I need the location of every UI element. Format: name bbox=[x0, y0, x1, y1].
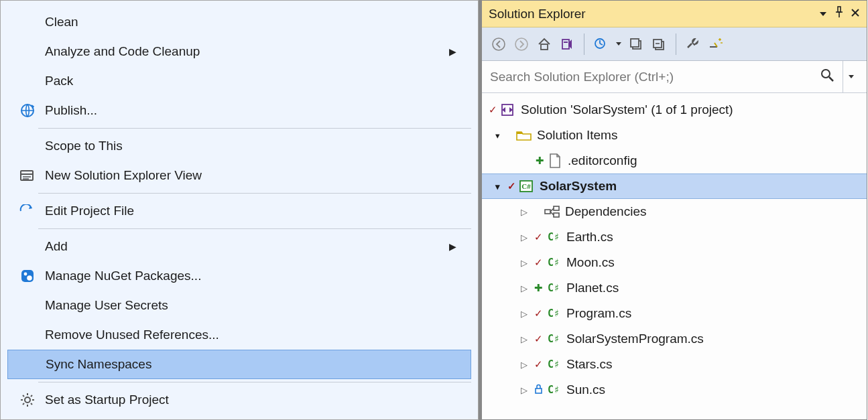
file-node[interactable]: ▷ ✚ C♯ Planet.cs bbox=[482, 275, 867, 301]
svg-point-41 bbox=[822, 70, 830, 78]
dependencies-icon bbox=[544, 205, 561, 218]
expander-open-icon[interactable]: ▾ bbox=[491, 131, 503, 141]
svg-rect-46 bbox=[545, 210, 550, 214]
csharp-file-icon: C♯ bbox=[545, 282, 562, 294]
pending-changes-filter-button[interactable] bbox=[591, 34, 611, 54]
expander-closed-icon[interactable]: ▷ bbox=[518, 360, 530, 370]
menu-remove-unused-refs[interactable]: Remove Unused References... bbox=[7, 320, 471, 350]
node-label: Program.cs bbox=[566, 306, 631, 321]
search-icon[interactable] bbox=[820, 68, 834, 86]
menu-label: Clean bbox=[45, 15, 78, 29]
menu-publish[interactable]: Publish... bbox=[7, 96, 471, 125]
solution-items-node[interactable]: ▾ Solution Items bbox=[482, 123, 867, 148]
node-label: Moon.cs bbox=[566, 255, 615, 270]
context-menu: Clean Analyze and Code Cleanup ▶ Pack Pu… bbox=[0, 0, 479, 420]
switch-views-button[interactable] bbox=[557, 34, 577, 54]
expander-closed-icon[interactable]: ▷ bbox=[518, 385, 530, 395]
file-node[interactable]: ▷ ✓ C♯ Program.cs bbox=[482, 301, 867, 326]
csharp-file-icon: C♯ bbox=[545, 231, 562, 243]
csharp-file-icon: C♯ bbox=[545, 333, 562, 345]
menu-label: Add bbox=[45, 239, 68, 254]
svg-line-42 bbox=[829, 77, 833, 81]
svg-line-29 bbox=[600, 44, 603, 45]
home-button[interactable] bbox=[534, 34, 554, 54]
menu-scope-to-this[interactable]: Scope to This bbox=[7, 131, 471, 161]
svg-rect-25 bbox=[562, 40, 569, 49]
window-position-dropdown-icon[interactable] bbox=[818, 6, 828, 21]
expander-closed-icon[interactable]: ▷ bbox=[518, 334, 530, 344]
added-mark-icon: ✚ bbox=[534, 155, 545, 167]
menu-label: New Solution Explorer View bbox=[45, 168, 202, 183]
explorer-view-icon bbox=[18, 166, 37, 185]
editorconfig-node[interactable]: ✚ .editorconfig bbox=[482, 148, 867, 173]
expander-closed-icon[interactable]: ▷ bbox=[518, 258, 530, 268]
menu-set-startup-project[interactable]: Set as Startup Project bbox=[7, 385, 471, 415]
menu-clean[interactable]: Clean bbox=[7, 7, 471, 37]
file-node[interactable]: ▷ ✓ C♯ SolarSystemProgram.cs bbox=[482, 326, 867, 352]
back-button[interactable] bbox=[489, 34, 509, 54]
file-node[interactable]: ▷ ✓ C♯ Moon.cs bbox=[482, 250, 867, 275]
node-label: SolarSystemProgram.cs bbox=[566, 332, 704, 346]
menu-new-explorer-view[interactable]: New Solution Explorer View bbox=[7, 161, 471, 190]
search-input[interactable] bbox=[490, 70, 820, 84]
expander-open-icon[interactable]: ▾ bbox=[491, 182, 503, 192]
forward-button[interactable] bbox=[511, 34, 532, 54]
folder-icon bbox=[515, 129, 533, 142]
expander-closed-icon[interactable]: ▷ bbox=[518, 207, 530, 217]
node-label: Solution 'SolarSystem' (1 of 1 project) bbox=[521, 102, 733, 117]
menu-sync-namespaces[interactable]: Sync Namespaces bbox=[7, 350, 471, 379]
csharp-file-icon: C♯ bbox=[545, 257, 562, 269]
svg-point-7 bbox=[27, 275, 32, 281]
toolbar-separator bbox=[584, 33, 584, 55]
file-node[interactable]: ▷ ✓ C♯ Stars.cs bbox=[482, 352, 867, 377]
menu-analyze-cleanup[interactable]: Analyze and Code Cleanup ▶ bbox=[7, 37, 471, 66]
node-label: Planet.cs bbox=[566, 281, 619, 295]
edit-arrow-icon bbox=[18, 202, 37, 220]
dependencies-node[interactable]: ▷ Dependencies bbox=[482, 199, 867, 224]
expander-closed-icon[interactable]: ▷ bbox=[518, 283, 530, 293]
menu-label: Remove Unused References... bbox=[45, 328, 219, 342]
svg-point-23 bbox=[515, 38, 528, 50]
node-label: Stars.cs bbox=[566, 357, 613, 372]
panel-title-bar: Solution Explorer bbox=[482, 1, 867, 27]
close-icon[interactable] bbox=[851, 6, 860, 21]
menu-label: Manage User Secrets bbox=[45, 298, 168, 313]
csharp-project-icon: C# bbox=[518, 179, 536, 194]
menu-manage-user-secrets[interactable]: Manage User Secrets bbox=[7, 291, 471, 320]
node-label: Sun.cs bbox=[566, 382, 605, 397]
svg-rect-31 bbox=[631, 39, 639, 47]
gear-icon bbox=[18, 391, 37, 409]
filter-dropdown-icon[interactable] bbox=[614, 34, 623, 54]
menu-manage-nuget[interactable]: Manage NuGet Packages... bbox=[7, 261, 471, 291]
pin-icon[interactable] bbox=[834, 6, 844, 21]
menu-add[interactable]: Add ▶ bbox=[7, 232, 471, 261]
svg-line-15 bbox=[23, 403, 24, 405]
csharp-file-icon: C♯ bbox=[545, 307, 562, 320]
preview-button[interactable] bbox=[706, 34, 726, 54]
search-options-dropdown[interactable] bbox=[843, 61, 859, 92]
changed-mark-icon: ✓ bbox=[506, 180, 517, 192]
collapse-all-button[interactable] bbox=[649, 34, 669, 54]
svg-line-14 bbox=[31, 403, 32, 405]
project-node[interactable]: ▾ ✓ C# SolarSystem bbox=[482, 173, 867, 199]
changed-mark-icon: ✓ bbox=[487, 104, 498, 116]
node-label: Earth.cs bbox=[566, 230, 613, 244]
file-node[interactable]: ▷ ✓ C♯ Earth.cs bbox=[482, 224, 867, 250]
svg-line-35 bbox=[688, 44, 692, 48]
expander-closed-icon[interactable]: ▷ bbox=[518, 232, 530, 242]
menu-edit-project-file[interactable]: Edit Project File bbox=[7, 196, 471, 226]
menu-label: Pack bbox=[45, 74, 73, 88]
expander-closed-icon[interactable]: ▷ bbox=[518, 309, 530, 319]
sync-button[interactable] bbox=[626, 34, 646, 54]
node-label: .editorconfig bbox=[568, 153, 637, 168]
menu-label: Publish... bbox=[45, 103, 97, 118]
menu-pack[interactable]: Pack bbox=[7, 66, 471, 96]
properties-button[interactable] bbox=[683, 34, 703, 54]
csharp-file-icon: C♯ bbox=[545, 358, 562, 370]
svg-point-22 bbox=[493, 38, 505, 50]
search-bar bbox=[482, 61, 867, 93]
menu-label: Analyze and Code Cleanup bbox=[45, 44, 200, 59]
panel-title: Solution Explorer bbox=[489, 7, 818, 21]
solution-node[interactable]: ✓ Solution 'SolarSystem' (1 of 1 project… bbox=[482, 97, 867, 123]
file-node[interactable]: ▷ C♯ Sun.cs bbox=[482, 377, 867, 403]
